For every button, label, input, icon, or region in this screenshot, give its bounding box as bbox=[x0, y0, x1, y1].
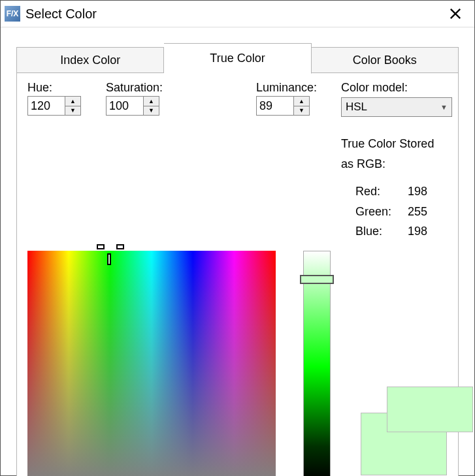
hue-saturation-field[interactable] bbox=[27, 251, 276, 476]
luminance-input[interactable] bbox=[257, 97, 293, 115]
close-button[interactable] bbox=[440, 1, 470, 27]
hue-label: Hue: bbox=[27, 81, 106, 95]
saturation-input[interactable] bbox=[106, 97, 143, 115]
stored-heading-1: True Color Stored bbox=[341, 134, 452, 154]
hue-marker-a bbox=[97, 244, 105, 249]
tab-strip: Index Color True Color Color Books bbox=[16, 43, 459, 73]
stored-green-label: Green: bbox=[355, 202, 408, 222]
luminance-marker[interactable] bbox=[300, 275, 334, 284]
window-title: Select Color bbox=[25, 7, 440, 22]
luminance-spin-up[interactable]: ▲ bbox=[294, 97, 309, 106]
saturation-label: Saturation: bbox=[106, 81, 256, 95]
color-preview-swatches bbox=[361, 413, 447, 475]
close-icon bbox=[450, 8, 461, 20]
luminance-spinbox[interactable]: ▲ ▼ bbox=[256, 96, 310, 116]
luminance-label: Luminance: bbox=[256, 81, 335, 95]
color-cursor[interactable] bbox=[107, 253, 111, 265]
chevron-down-icon: ▼ bbox=[440, 103, 448, 111]
hue-input[interactable] bbox=[28, 97, 65, 115]
saturation-spinbox[interactable]: ▲ ▼ bbox=[106, 96, 159, 116]
luminance-strip[interactable] bbox=[303, 251, 331, 476]
luminance-spin-down[interactable]: ▼ bbox=[294, 106, 309, 116]
hue-spin-down[interactable]: ▼ bbox=[65, 106, 80, 116]
color-model-combo[interactable]: HSL ▼ bbox=[341, 97, 452, 117]
previous-color-swatch bbox=[387, 387, 473, 432]
stored-heading-2: as RGB: bbox=[341, 154, 452, 174]
hue-spinbox[interactable]: ▲ ▼ bbox=[27, 96, 81, 116]
titlebar: F/X Select Color bbox=[1, 1, 474, 27]
saturation-spin-up[interactable]: ▲ bbox=[144, 97, 159, 106]
stored-red-value: 198 bbox=[408, 182, 427, 202]
stored-red-label: Red: bbox=[355, 182, 408, 202]
stored-blue-label: Blue: bbox=[355, 221, 408, 242]
stored-rgb-block: True Color Stored as RGB: Red:198 Green:… bbox=[341, 134, 452, 242]
tab-color-books[interactable]: Color Books bbox=[312, 47, 459, 72]
app-icon: F/X bbox=[5, 6, 20, 22]
dialog-window: F/X Select Color Index Color True Color … bbox=[0, 0, 475, 476]
hue-spin-up[interactable]: ▲ bbox=[65, 97, 80, 106]
tab-true-color[interactable]: True Color bbox=[164, 43, 311, 74]
stored-blue-value: 198 bbox=[408, 221, 427, 242]
color-model-label: Color model: bbox=[341, 81, 452, 95]
stored-green-value: 255 bbox=[408, 202, 427, 222]
tab-index-color[interactable]: Index Color bbox=[16, 47, 164, 72]
hue-marker-b bbox=[116, 244, 124, 249]
color-model-value: HSL bbox=[346, 101, 367, 114]
dialog-content: Index Color True Color Color Books Hue: … bbox=[1, 27, 474, 476]
saturation-spin-down[interactable]: ▼ bbox=[144, 106, 159, 116]
